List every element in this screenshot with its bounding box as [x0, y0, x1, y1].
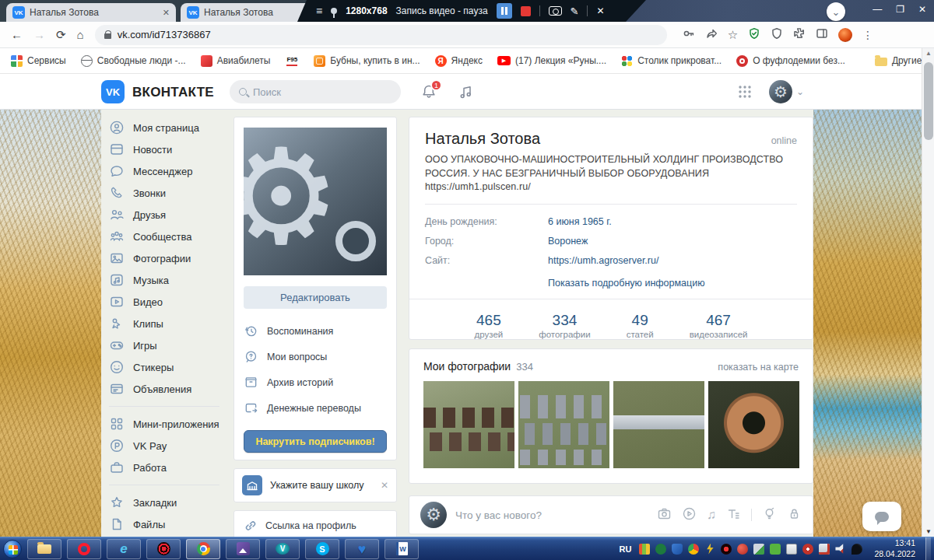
browser-menu-icon[interactable]: ⋮: [862, 29, 873, 41]
notifications-bell-icon[interactable]: 1: [420, 83, 437, 100]
messenger-fab[interactable]: [862, 502, 901, 531]
counter-videos[interactable]: 467видеозаписей: [690, 312, 748, 339]
bookmark-f95[interactable]: F95: [285, 55, 299, 67]
money-transfers-link[interactable]: Денежные переводы: [244, 395, 387, 421]
sidebar-item-clips[interactable]: Клипы: [109, 313, 227, 334]
sidebar-item-messenger[interactable]: Мессенджер: [109, 160, 227, 182]
browser-tab-2[interactable]: VK Наталья Зотова: [181, 3, 317, 22]
music-icon[interactable]: ♫: [707, 508, 716, 522]
taskbar-word[interactable]: W: [384, 539, 419, 559]
sidebar-item-vk-pay[interactable]: VK Pay: [109, 435, 227, 457]
recorder-close-icon[interactable]: ✕: [596, 5, 604, 16]
browser-profile-avatar[interactable]: [838, 28, 852, 42]
sidebar-item-my-page[interactable]: Моя страница: [109, 117, 227, 138]
header-user-menu[interactable]: ⚙ ⌄: [769, 80, 804, 103]
tray-cleaner-icon[interactable]: [737, 544, 748, 555]
start-button[interactable]: [3, 540, 22, 558]
sidebar-item-calls[interactable]: Звонки: [109, 182, 227, 204]
sidebar-item-games[interactable]: Игры: [109, 334, 227, 356]
screenshot-camera-icon[interactable]: [549, 6, 562, 16]
bookmark-yandex[interactable]: ЯЯндекс: [435, 55, 483, 67]
sidebar-item-stickers[interactable]: Стикеры: [109, 356, 227, 378]
show-on-map-link[interactable]: показать на карте: [718, 362, 799, 373]
sidebar-item-files[interactable]: Файлы: [109, 513, 227, 535]
profile-photo[interactable]: ⚙: [244, 128, 387, 275]
share-icon[interactable]: [705, 27, 718, 43]
show-desktop-button[interactable]: [925, 537, 931, 560]
photos-title[interactable]: Мои фотографии: [423, 360, 511, 373]
sidebar-item-jobs[interactable]: Работа: [109, 457, 227, 478]
browser-tab-1[interactable]: VK Наталья Зотова ✕: [6, 3, 176, 22]
taskbar-vk-app[interactable]: ♥: [345, 539, 379, 559]
show-more-info-link[interactable]: Показать подробную информацию: [548, 278, 797, 289]
detail-value-link[interactable]: https://umh.agroserver.ru/: [548, 255, 658, 266]
search-box[interactable]: [230, 80, 401, 103]
close-icon[interactable]: ✕: [381, 480, 388, 491]
tray-check-shield-icon[interactable]: [770, 544, 781, 555]
recorder-pin-icon[interactable]: [331, 8, 337, 14]
vk-logo[interactable]: VK: [101, 80, 125, 103]
url-field[interactable]: vk.com/id713736867: [95, 25, 667, 45]
my-questions-link[interactable]: Мои вопросы: [244, 344, 387, 369]
video-icon[interactable]: [682, 506, 697, 524]
tray-satellite-icon[interactable]: [851, 544, 862, 555]
sidebar-item-communities[interactable]: Сообщества: [109, 226, 227, 247]
pause-button[interactable]: [497, 3, 512, 19]
close-button[interactable]: ✕: [918, 4, 926, 15]
search-input[interactable]: [253, 86, 377, 98]
shield-check-icon[interactable]: [748, 27, 760, 43]
sidebar-item-mini-apps[interactable]: Мини-приложения: [109, 413, 227, 435]
scrollbar-thumb[interactable]: [924, 62, 933, 140]
bookmark-table[interactable]: Столик прикроват...: [621, 55, 722, 67]
tray-phone-icon[interactable]: [655, 544, 666, 555]
taskbar-internet-explorer[interactable]: e: [107, 539, 141, 559]
sidebar-item-video[interactable]: Видео: [109, 291, 227, 313]
tray-chrome-icon[interactable]: [688, 544, 699, 555]
bookmark-star-icon[interactable]: ☆: [728, 28, 738, 42]
password-key-icon[interactable]: [683, 27, 695, 43]
profile-status-text[interactable]: ООО УПАКОВОЧНО-МАШИНОСТРОИТЕЛЬНЫЙ ХОЛДИН…: [425, 153, 797, 194]
bookmark-services[interactable]: Сервисы: [11, 55, 66, 67]
idea-bulb-icon[interactable]: [762, 506, 777, 524]
taskbar-photo-app[interactable]: [226, 539, 260, 559]
home-button[interactable]: ⌂: [77, 28, 84, 41]
taskbar-skype[interactable]: S: [305, 539, 339, 559]
memories-link[interactable]: Воспоминания: [244, 318, 387, 344]
scroll-down-arrow[interactable]: ▼: [922, 528, 934, 535]
school-widget[interactable]: Укажите вашу школу ✕: [234, 468, 397, 502]
sidebar-item-ads[interactable]: Объявления: [109, 378, 227, 400]
boost-followers-button[interactable]: Накрутить подписчиков!: [244, 430, 387, 453]
music-icon[interactable]: [458, 83, 475, 100]
edit-profile-button[interactable]: Редактировать: [244, 286, 387, 309]
tray-shield-icon[interactable]: [672, 544, 683, 555]
tray-chart-icon[interactable]: [639, 544, 650, 555]
photo-thumbnail[interactable]: [708, 381, 799, 468]
tray-network-error-icon[interactable]: [819, 544, 830, 555]
detail-value-link[interactable]: 6 июня 1965 г.: [548, 216, 612, 227]
stop-button[interactable]: [521, 6, 531, 16]
language-indicator[interactable]: RU: [620, 544, 632, 554]
counter-friends[interactable]: 465друзей: [475, 312, 504, 339]
bookmark-fuflodemia[interactable]: О фуфлодемии без...: [736, 55, 845, 67]
privacy-lock-icon[interactable]: [787, 506, 802, 524]
article-icon[interactable]: [726, 506, 741, 524]
taskbar-explorer[interactable]: [27, 539, 61, 559]
apps-grid-icon[interactable]: [736, 83, 753, 100]
sidebar-item-photos[interactable]: Фотографии: [109, 247, 227, 269]
taskbar-opera[interactable]: [67, 539, 101, 559]
tray-blocked-icon[interactable]: [802, 544, 813, 555]
photo-thumbnail[interactable]: [613, 381, 704, 468]
photo-thumbnail[interactable]: [423, 381, 514, 468]
sidebar-item-music[interactable]: Музыка: [109, 269, 227, 291]
shield-icon[interactable]: [771, 27, 783, 43]
photo-thumbnail[interactable]: [518, 381, 609, 468]
taskbar-chrome[interactable]: [186, 539, 220, 559]
scroll-up-arrow[interactable]: ▲: [922, 50, 934, 57]
draw-pencil-icon[interactable]: ✎: [571, 5, 579, 17]
tray-sync-icon[interactable]: [753, 544, 764, 555]
bookmark-avia[interactable]: Авиабилеты: [201, 55, 271, 67]
tray-clipboard-icon[interactable]: [786, 544, 797, 555]
vk-wordmark[interactable]: ВКОНТАКТЕ: [132, 85, 214, 100]
tray-lightning-icon[interactable]: [704, 544, 715, 555]
minimize-button[interactable]: —: [873, 4, 882, 15]
